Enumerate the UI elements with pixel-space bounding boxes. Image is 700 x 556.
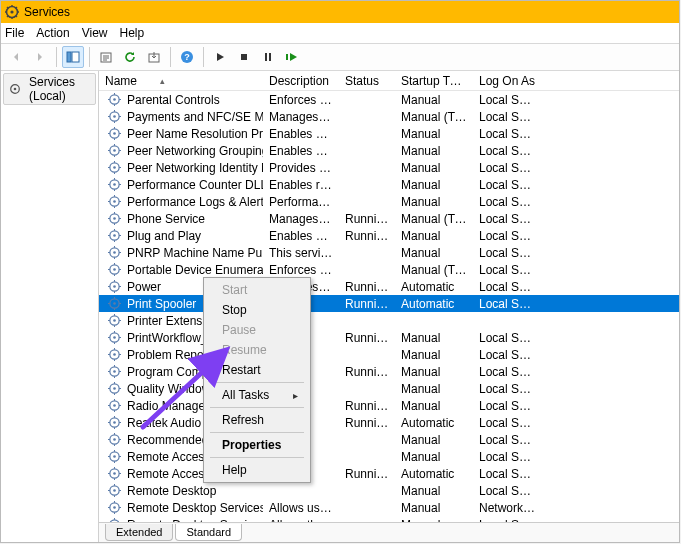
- window-title: Services: [24, 5, 70, 19]
- service-startup: Manual: [395, 144, 473, 158]
- table-row[interactable]: Peer Networking Identity M...Provides id…: [99, 159, 679, 176]
- service-name: Peer Name Resolution Prot...: [127, 127, 263, 141]
- service-status: Running: [339, 399, 395, 413]
- table-row[interactable]: Peer Name Resolution Prot...Enables serv…: [99, 125, 679, 142]
- svg-point-13: [14, 88, 17, 91]
- table-row[interactable]: Print SpoolerRunningAutomaticLocal Syste…: [99, 295, 679, 312]
- ctx-start[interactable]: Start: [206, 280, 308, 300]
- table-row[interactable]: Radio ManagemRunningManualLocal Service: [99, 397, 679, 414]
- export-icon[interactable]: [143, 46, 165, 68]
- table-row[interactable]: PNRP Machine Name Publi...This service .…: [99, 244, 679, 261]
- table-row[interactable]: Remote DesktopManualLocal Syste...: [99, 482, 679, 499]
- nav-back-icon[interactable]: [5, 46, 27, 68]
- table-row[interactable]: Payments and NFC/SE M...Manages pa...Man…: [99, 108, 679, 125]
- service-description: Manages th...: [263, 212, 339, 226]
- services-app-icon: [5, 5, 19, 19]
- table-row[interactable]: Remote Desktop ServicesAllows user...Man…: [99, 499, 679, 516]
- table-row[interactable]: Parental ControlsEnforces pa...ManualLoc…: [99, 91, 679, 108]
- column-header-startup[interactable]: Startup Type: [395, 74, 473, 88]
- table-row[interactable]: PowerManages p...RunningAutomaticLocal S…: [99, 278, 679, 295]
- service-description: Provides ide...: [263, 161, 339, 175]
- restart-service-icon[interactable]: [281, 46, 303, 68]
- table-row[interactable]: Performance Counter DLL ...Enables rem..…: [99, 176, 679, 193]
- service-name: Peer Networking Identity M...: [127, 161, 263, 175]
- service-startup: Manual: [395, 382, 473, 396]
- service-logon: Local Syste...: [473, 348, 543, 362]
- service-list[interactable]: Parental ControlsEnforces pa...ManualLoc…: [99, 91, 679, 522]
- ctx-restart[interactable]: Restart: [206, 360, 308, 380]
- table-row[interactable]: Remote Access CRunningAutomaticLocal Sys…: [99, 465, 679, 482]
- tree-item-services-local[interactable]: Services (Local): [3, 73, 96, 105]
- svg-text:?: ?: [184, 52, 190, 62]
- service-gear-icon: [107, 382, 121, 396]
- table-row[interactable]: Recommended TManualLocal Syste...: [99, 431, 679, 448]
- service-startup: Manual: [395, 450, 473, 464]
- svg-rect-8: [241, 54, 247, 60]
- service-logon: Local Service: [473, 399, 543, 413]
- table-row[interactable]: Peer Networking GroupingEnables mul...Ma…: [99, 142, 679, 159]
- service-name: Power: [127, 280, 161, 294]
- table-row[interactable]: PrintWorkflow_1RunningManualLocal Syste.…: [99, 329, 679, 346]
- menu-help[interactable]: Help: [120, 26, 145, 40]
- column-header-logon[interactable]: Log On As: [473, 74, 543, 88]
- table-row[interactable]: Performance Logs & AlertsPerformanc...Ma…: [99, 193, 679, 210]
- menu-file[interactable]: File: [5, 26, 24, 40]
- tree-item-label: Services (Local): [29, 75, 93, 103]
- service-name: Remote Desktop: [127, 484, 216, 498]
- table-row[interactable]: Phone ServiceManages th...RunningManual …: [99, 210, 679, 227]
- pause-service-icon[interactable]: [257, 46, 279, 68]
- table-row[interactable]: Quality WindowManualLocal Service: [99, 380, 679, 397]
- service-startup: Manual: [395, 161, 473, 175]
- service-gear-icon: [107, 467, 121, 481]
- ctx-separator: [210, 457, 304, 458]
- ctx-all-tasks[interactable]: All Tasks▸: [206, 385, 308, 405]
- service-name: Performance Logs & Alerts: [127, 195, 263, 209]
- table-row[interactable]: Remote Access AManualLocal Syste...: [99, 448, 679, 465]
- service-startup: Manual: [395, 433, 473, 447]
- show-hide-tree-icon[interactable]: [62, 46, 84, 68]
- svg-rect-9: [265, 53, 267, 61]
- nav-forward-icon[interactable]: [29, 46, 51, 68]
- table-row[interactable]: Realtek Audio SRunningAutomaticLocal Sys…: [99, 414, 679, 431]
- svg-point-43: [113, 336, 116, 339]
- table-row[interactable]: Program CompaRunningManualLocal Syste...: [99, 363, 679, 380]
- service-status: Running: [339, 467, 395, 481]
- service-logon: Local Syste...: [473, 467, 543, 481]
- help-icon[interactable]: ?: [176, 46, 198, 68]
- ctx-properties[interactable]: Properties: [206, 435, 308, 455]
- start-service-icon[interactable]: [209, 46, 231, 68]
- table-row[interactable]: Printer Extension: [99, 312, 679, 329]
- export-list-icon[interactable]: [95, 46, 117, 68]
- menu-action[interactable]: Action: [36, 26, 69, 40]
- service-description: Enables serv...: [263, 127, 339, 141]
- ctx-refresh[interactable]: Refresh: [206, 410, 308, 430]
- table-row[interactable]: Problem ReportsManualLocal Syste...: [99, 346, 679, 363]
- column-header-description[interactable]: Description: [263, 74, 339, 88]
- service-logon: Local Service: [473, 195, 543, 209]
- tab-extended[interactable]: Extended: [105, 524, 173, 541]
- titlebar: Services: [1, 1, 679, 23]
- table-row[interactable]: Portable Device Enumerator...Enforces gr…: [99, 261, 679, 278]
- stop-service-icon[interactable]: [233, 46, 255, 68]
- service-description: Performanc...: [263, 195, 339, 209]
- refresh-icon[interactable]: [119, 46, 141, 68]
- service-status: Running: [339, 212, 395, 226]
- ctx-stop[interactable]: Stop: [206, 300, 308, 320]
- ctx-resume[interactable]: Resume: [206, 340, 308, 360]
- svg-point-59: [113, 472, 116, 475]
- menu-view[interactable]: View: [82, 26, 108, 40]
- tab-standard[interactable]: Standard: [175, 524, 242, 541]
- menubar: File Action View Help: [1, 23, 679, 43]
- service-logon: Local Syste...: [473, 331, 543, 345]
- column-header-name[interactable]: Name▴: [99, 74, 263, 88]
- service-name: Realtek Audio S: [127, 416, 212, 430]
- service-description: This service ...: [263, 246, 339, 260]
- column-header-status[interactable]: Status: [339, 74, 395, 88]
- service-startup: Manual (Trig...: [395, 212, 473, 226]
- service-gear-icon: [107, 484, 121, 498]
- ctx-pause[interactable]: Pause: [206, 320, 308, 340]
- service-logon: Local Service: [473, 246, 543, 260]
- table-row[interactable]: Plug and PlayEnables a c...RunningManual…: [99, 227, 679, 244]
- ctx-help[interactable]: Help: [206, 460, 308, 480]
- service-gear-icon: [107, 399, 121, 413]
